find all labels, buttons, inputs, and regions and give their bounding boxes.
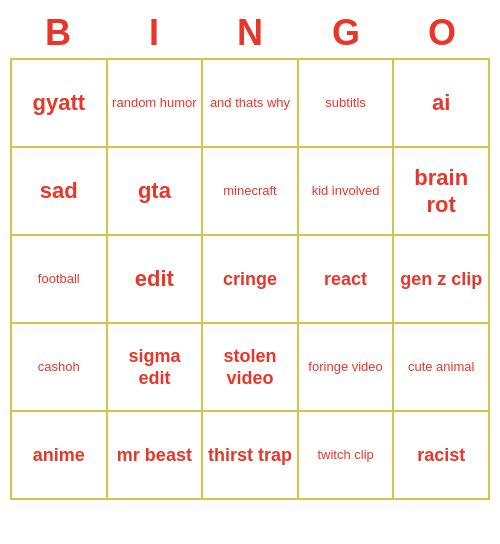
- bingo-cell: twitch clip: [299, 412, 395, 500]
- cell-text: edit: [135, 265, 174, 293]
- cell-text: mr beast: [117, 444, 192, 467]
- header-letter: I: [106, 8, 202, 58]
- cell-text: react: [324, 268, 367, 291]
- bingo-cell: sad: [12, 148, 108, 236]
- bingo-cell: react: [299, 236, 395, 324]
- bingo-cell: kid involved: [299, 148, 395, 236]
- cell-text: ai: [432, 89, 450, 117]
- bingo-cell: edit: [108, 236, 204, 324]
- cell-text: foringe video: [308, 359, 382, 375]
- bingo-cell: mr beast: [108, 412, 204, 500]
- bingo-cell: thirst trap: [203, 412, 299, 500]
- header-letter: O: [394, 8, 490, 58]
- cell-text: minecraft: [223, 183, 276, 199]
- bingo-cell: random humor: [108, 60, 204, 148]
- bingo-cell: and thats why: [203, 60, 299, 148]
- header-letter: G: [298, 8, 394, 58]
- bingo-cell: football: [12, 236, 108, 324]
- bingo-cell: gen z clip: [394, 236, 490, 324]
- bingo-cell: sigma edit: [108, 324, 204, 412]
- cell-text: gta: [138, 177, 171, 205]
- bingo-cell: gyatt: [12, 60, 108, 148]
- bingo-cell: brain rot: [394, 148, 490, 236]
- bingo-cell: gta: [108, 148, 204, 236]
- cell-text: cringe: [223, 268, 277, 291]
- bingo-cell: cashoh: [12, 324, 108, 412]
- cell-text: racist: [417, 444, 465, 467]
- bingo-container: BINGO gyattrandom humorand thats whysubt…: [10, 8, 490, 500]
- bingo-cell: minecraft: [203, 148, 299, 236]
- cell-text: thirst trap: [208, 444, 292, 467]
- bingo-header: BINGO: [10, 8, 490, 58]
- cell-text: and thats why: [210, 95, 290, 111]
- cell-text: sad: [40, 177, 78, 205]
- bingo-cell: racist: [394, 412, 490, 500]
- cell-text: random humor: [112, 95, 197, 111]
- bingo-cell: foringe video: [299, 324, 395, 412]
- cell-text: subtitls: [325, 95, 365, 111]
- bingo-cell: cringe: [203, 236, 299, 324]
- cell-text: twitch clip: [317, 447, 373, 463]
- cell-text: football: [38, 271, 80, 287]
- bingo-grid: gyattrandom humorand thats whysubtitlsai…: [10, 58, 490, 500]
- bingo-cell: cute animal: [394, 324, 490, 412]
- cell-text: stolen video: [207, 345, 293, 390]
- cell-text: sigma edit: [112, 345, 198, 390]
- cell-text: anime: [33, 444, 85, 467]
- cell-text: cashoh: [38, 359, 80, 375]
- cell-text: gyatt: [33, 89, 86, 117]
- header-letter: B: [10, 8, 106, 58]
- cell-text: brain rot: [398, 164, 484, 219]
- bingo-cell: stolen video: [203, 324, 299, 412]
- cell-text: kid involved: [312, 183, 380, 199]
- cell-text: gen z clip: [400, 268, 482, 291]
- bingo-cell: ai: [394, 60, 490, 148]
- cell-text: cute animal: [408, 359, 474, 375]
- bingo-cell: anime: [12, 412, 108, 500]
- header-letter: N: [202, 8, 298, 58]
- bingo-cell: subtitls: [299, 60, 395, 148]
